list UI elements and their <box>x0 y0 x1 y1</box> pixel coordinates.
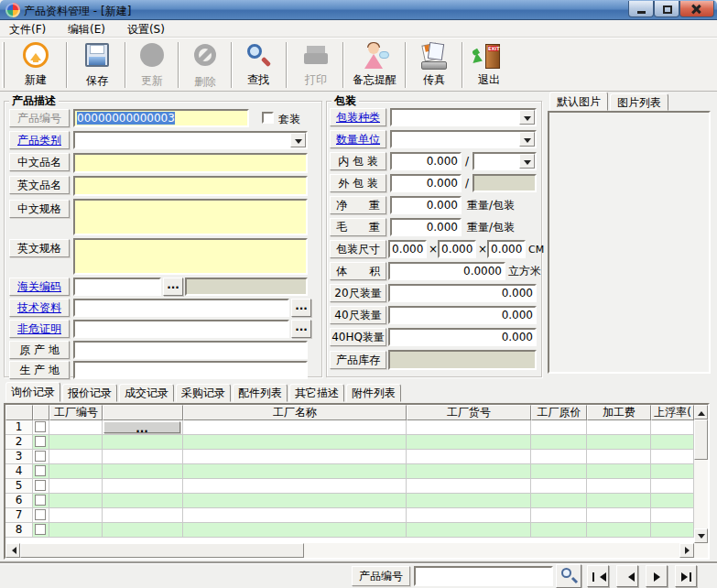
nav-first-button[interactable] <box>587 565 609 587</box>
set-checkbox[interactable] <box>262 112 274 124</box>
update-button: 更新 <box>128 40 176 90</box>
table-row[interactable]: 8 <box>5 523 708 538</box>
volume-input[interactable]: 0.0000 <box>388 262 505 280</box>
row-checkbox[interactable] <box>35 495 46 506</box>
grid-vscroll-down-button[interactable] <box>694 528 708 543</box>
outer-pack-input[interactable]: 0.000 <box>390 174 462 192</box>
chevron-down-icon[interactable] <box>519 110 535 125</box>
grid-hscroll-track[interactable] <box>304 543 679 558</box>
col-factory-name[interactable]: 工厂名称 <box>183 405 407 420</box>
non-danger-cert-link[interactable]: 非危证明 <box>9 320 70 338</box>
hs-code-input[interactable] <box>73 278 161 296</box>
menu-edit[interactable]: 编辑(E) <box>59 20 114 38</box>
table-row[interactable]: 1 ... <box>5 420 708 435</box>
tech-doc-browse-button[interactable]: ... <box>291 299 311 317</box>
hs-code-browse-button[interactable]: ... <box>163 278 183 296</box>
en-name-input[interactable] <box>73 176 308 196</box>
pack-size-height-input[interactable]: 0.000 <box>487 240 526 258</box>
grid-vscroll-up-button[interactable] <box>694 405 708 419</box>
col-processing-fee[interactable]: 加工费 <box>587 405 651 420</box>
menu-file[interactable]: 文件(F) <box>0 20 55 38</box>
row-browse-button[interactable]: ... <box>103 421 180 433</box>
hs-code-link[interactable]: 海关编码 <box>9 278 70 296</box>
chevron-down-icon[interactable] <box>519 154 535 169</box>
product-no-input[interactable]: 00000000000003 <box>73 109 249 127</box>
row-checkbox[interactable] <box>35 480 46 491</box>
production-place-input[interactable] <box>73 361 308 379</box>
grid-vscroll-thumb[interactable] <box>694 419 708 460</box>
pack-size-width-input[interactable]: 0.000 <box>438 240 476 258</box>
save-button[interactable]: 保存 <box>71 40 123 90</box>
tab-default-image[interactable]: 默认图片 <box>549 92 608 111</box>
col-factory-price[interactable]: 工厂原价 <box>531 405 587 420</box>
close-button[interactable] <box>679 1 714 17</box>
delete-icon <box>190 44 220 73</box>
qty-unit-combo[interactable] <box>390 130 537 148</box>
nav-previous-button[interactable] <box>616 565 638 587</box>
product-category-link[interactable]: 产品类别 <box>9 131 70 149</box>
table-row[interactable]: 3 <box>5 450 708 464</box>
row-checkbox[interactable] <box>35 421 46 432</box>
search-go-button[interactable] <box>556 564 581 588</box>
minimize-button[interactable] <box>628 1 654 17</box>
nav-first-icon <box>592 572 594 582</box>
tab-purchase-records[interactable]: 采购记录 <box>176 384 231 402</box>
cn-spec-input[interactable] <box>73 199 308 235</box>
grid-hscroll-right-button[interactable] <box>679 543 694 558</box>
grid-hscroll-left-button[interactable] <box>5 543 20 558</box>
pack-type-link[interactable]: 包装种类 <box>330 108 386 126</box>
tab-other-description[interactable]: 其它描述 <box>289 384 344 402</box>
load40hq-input[interactable]: 0.000 <box>388 328 537 346</box>
grid-hscroll-thumb[interactable] <box>20 543 304 558</box>
col-factory-no[interactable]: 工厂编号 <box>49 405 103 420</box>
find-button[interactable]: 查找 <box>234 40 282 90</box>
row-checkbox[interactable] <box>35 524 46 535</box>
nav-last-button[interactable] <box>675 565 697 587</box>
col-factory-item-no[interactable]: 工厂货号 <box>407 405 531 420</box>
table-row[interactable]: 4 <box>5 464 708 479</box>
search-product-no-input[interactable] <box>414 566 553 586</box>
fax-button[interactable]: 传真 <box>408 40 460 90</box>
row-checkbox[interactable] <box>35 436 46 447</box>
table-row[interactable]: 5 <box>5 479 708 494</box>
non-danger-cert-input[interactable] <box>73 320 289 338</box>
load20-input[interactable]: 0.000 <box>388 284 537 302</box>
tech-doc-input[interactable] <box>73 299 289 317</box>
new-button[interactable]: 新建 <box>9 40 62 90</box>
exit-button[interactable]: EXIT 退出 <box>465 40 513 90</box>
tab-quote-records[interactable]: 报价记录 <box>62 384 117 402</box>
load40-input[interactable]: 0.000 <box>388 306 537 324</box>
net-weight-input[interactable]: 0.000 <box>390 196 462 214</box>
tab-parts-list[interactable]: 配件列表 <box>233 384 288 402</box>
table-row[interactable]: 6 <box>5 494 708 508</box>
en-spec-input[interactable] <box>73 238 308 275</box>
row-checkbox[interactable] <box>35 451 46 462</box>
cn-name-input[interactable] <box>73 153 308 173</box>
row-checkbox[interactable] <box>35 465 46 476</box>
menu-settings[interactable]: 设置(S) <box>118 20 174 38</box>
table-row[interactable]: 7 <box>5 508 708 523</box>
chevron-down-icon[interactable] <box>519 132 535 147</box>
table-row[interactable]: 2 <box>5 435 708 450</box>
origin-input[interactable] <box>73 341 308 359</box>
pack-size-length-input[interactable]: 0.000 <box>388 240 427 258</box>
tab-image-list[interactable]: 图片列表 <box>610 93 668 111</box>
tab-attachment-list[interactable]: 附件列表 <box>346 384 401 402</box>
non-danger-cert-browse-button[interactable]: ... <box>291 320 311 338</box>
chevron-down-icon[interactable] <box>290 133 306 147</box>
maximize-button[interactable] <box>654 1 679 17</box>
tab-deal-records[interactable]: 成交记录 <box>119 384 174 402</box>
qty-unit-link[interactable]: 数量单位 <box>330 130 386 148</box>
inner-pack-input[interactable]: 0.000 <box>390 152 462 170</box>
memo-reminder-button[interactable]: 备忘提醒 <box>346 40 403 90</box>
row-checkbox[interactable] <box>35 509 46 520</box>
gross-weight-input[interactable]: 0.000 <box>390 218 462 236</box>
nav-next-button[interactable] <box>646 565 668 587</box>
product-category-combo[interactable] <box>73 131 308 149</box>
pack-type-combo[interactable] <box>390 108 537 126</box>
tab-inquiry-records[interactable]: 询价记录 <box>5 382 60 402</box>
tech-doc-link[interactable]: 技术资料 <box>9 299 70 317</box>
col-markup-rate[interactable]: 上浮率( <box>651 405 694 420</box>
grid-vscroll-track[interactable] <box>694 460 708 528</box>
inner-pack-unit-combo[interactable] <box>473 152 537 170</box>
